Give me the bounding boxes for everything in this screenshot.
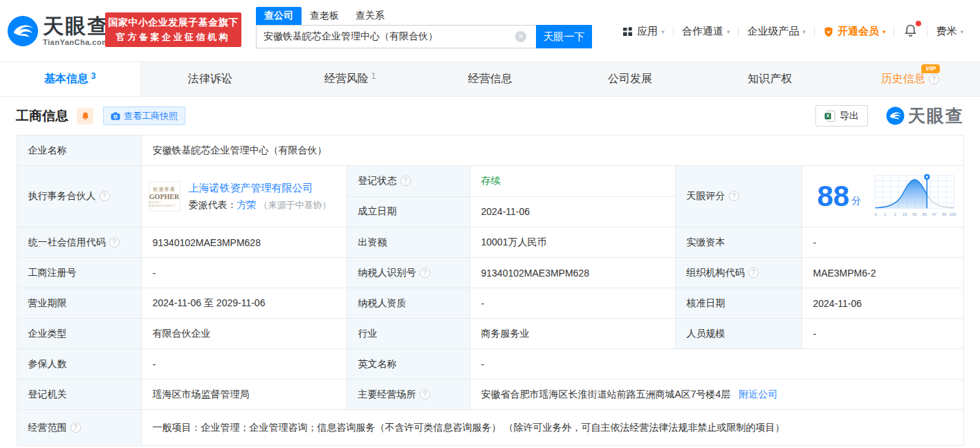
term-label: 营业期限: [28, 297, 67, 308]
nav-apps[interactable]: 应用 ▾: [614, 25, 673, 38]
svg-text:99: 99: [942, 212, 946, 216]
search-tabs: 查公司 查老板 查关系: [256, 7, 592, 25]
field-label: 主要经营场所?: [346, 380, 470, 410]
table-row: 登记机关 瑶海区市场监督管理局 主要经营场所? 安徽省合肥市瑶海区长淮街道站前路…: [17, 380, 963, 410]
nav-vip-label: 开通会员: [838, 25, 879, 38]
business-registration-table: 企业名称 安徽铁基皖芯企业管理中心（有限合伙） 执行事务合伙人? 歌斐资產 GO…: [17, 135, 964, 446]
status-label: 登记状态: [358, 175, 397, 186]
table-row: 企业类型 有限合伙企业 行业 商务服务业 人员规模 -: [17, 319, 963, 349]
field-label: 英文名称: [346, 349, 470, 380]
search-tab-relation[interactable]: 查关系: [347, 7, 393, 25]
caret-down-icon: ▾: [802, 28, 806, 35]
help-icon[interactable]: ?: [420, 268, 430, 278]
company-name-label: 企业名称: [28, 144, 67, 156]
notification-bell[interactable]: [894, 24, 927, 39]
registration-authority-label: 登记机关: [28, 389, 67, 400]
svg-text:1: 1: [884, 212, 886, 216]
search-input[interactable]: [256, 25, 536, 48]
table-row: 执行事务合伙人? 歌斐资產 GOPHER ASSET MANAGEMENT 上海…: [17, 166, 963, 197]
tab-ip-label: 知识产权: [748, 72, 792, 86]
tab-operating-info[interactable]: 经营信息: [420, 62, 560, 96]
business-address-label: 主要经营场所: [358, 389, 416, 400]
help-icon[interactable]: ?: [420, 389, 430, 400]
field-label: 出资额: [346, 227, 470, 258]
field-label: 参保人数: [17, 349, 141, 380]
nav-enterprise-label: 企业级产品: [747, 25, 799, 38]
help-icon[interactable]: ?: [100, 191, 110, 201]
table-row: 经营范围? 一般项目：企业管理；企业管理咨询；信息咨询服务（不含许可类信息咨询服…: [17, 410, 963, 446]
tianyan-search-button[interactable]: 天眼一下: [536, 25, 592, 48]
table-row: 企业名称 安徽铁基皖芯企业管理中心（有限合伙）: [17, 136, 963, 166]
top-navigation: 应用 ▾ 合作通道 ▾ 企业级产品 ▾ 开通会员 ▾: [614, 24, 972, 39]
nearby-companies-link[interactable]: 附近公司: [739, 389, 777, 400]
capital-label: 出资额: [358, 236, 387, 248]
nav-user-menu[interactable]: 费米 ▾: [927, 25, 972, 38]
vip-badge: VIP: [921, 64, 940, 73]
excel-icon: X: [824, 111, 835, 122]
certification-badge: 国家中小企业发展子基金旗下 官方备案企业征信机构: [105, 12, 241, 47]
delegate-label: 委派代表：: [189, 199, 237, 210]
delegate-source: （来源于中基协）: [259, 200, 331, 210]
subscribe-bell-button[interactable]: [77, 108, 93, 124]
top-header: 天眼查 TianYanCha.com 国家中小企业发展子基金旗下 官方备案企业征…: [0, 0, 980, 62]
field-label: 核准日期: [675, 288, 802, 319]
field-label: 企业名称: [17, 136, 141, 166]
industry-value: 商务服务业: [470, 319, 675, 349]
tab-operating-label: 经营信息: [468, 72, 512, 86]
tab-intellectual-property[interactable]: 知识产权: [700, 62, 840, 96]
nav-open-vip[interactable]: 开通会员 ▾: [815, 25, 894, 38]
score-cell: 88 分: [802, 166, 963, 227]
term-value: 2024-11-06 至 2029-11-06: [141, 288, 346, 319]
caret-down-icon: ▾: [727, 28, 730, 35]
tax-qualification-value: -: [470, 288, 675, 319]
snapshot-button[interactable]: 查看工商快照: [103, 106, 185, 125]
regno-value: -: [141, 258, 346, 288]
help-icon[interactable]: ?: [748, 268, 759, 278]
tab-history-info[interactable]: VIP 历史信息 ?: [840, 62, 980, 96]
svg-text:0: 0: [875, 212, 877, 216]
vip-crown-icon: [823, 26, 834, 37]
partner-company-link[interactable]: 上海诺铁资产管理有限公司: [189, 182, 313, 194]
nav-partner-channel[interactable]: 合作通道 ▾: [674, 25, 739, 38]
help-icon[interactable]: ?: [929, 74, 939, 84]
help-icon[interactable]: ?: [71, 422, 81, 433]
partner-company-logo[interactable]: 歌斐资產 GOPHER ASSET MANAGEMENT: [149, 181, 181, 212]
field-label: 执行事务合伙人?: [17, 166, 141, 227]
search-tab-boss[interactable]: 查老板: [302, 7, 347, 25]
tab-legal-proceedings[interactable]: 法律诉讼: [140, 62, 279, 96]
tab-history-label: 历史信息: [881, 72, 925, 86]
tianyancha-logo[interactable]: 天眼查 TianYanCha.com: [7, 15, 109, 47]
nav-enterprise-products[interactable]: 企业级产品 ▾: [739, 25, 814, 38]
field-label: 经营范围?: [17, 410, 141, 446]
export-button-label: 导出: [840, 110, 859, 122]
field-label: 工商注册号: [17, 258, 141, 288]
svg-text:100: 100: [950, 212, 956, 216]
partner-cell: 歌斐资產 GOPHER ASSET MANAGEMENT 上海诺铁资产管理有限公…: [141, 166, 346, 227]
tab-operating-risk[interactable]: 经营风险 1: [280, 62, 420, 96]
tab-basic-info[interactable]: 基本信息 3: [0, 62, 140, 96]
notification-red-dot: [916, 21, 921, 26]
partner-logo-caption: ASSET MANAGEMENT: [149, 200, 180, 207]
score-value: 88: [817, 182, 850, 211]
status-value: 存续: [470, 166, 675, 197]
tianyancha-eye-icon: [7, 15, 39, 47]
capital-value: 10001万人民币: [470, 227, 675, 258]
table-row: 工商注册号 - 纳税人识别号? 91340102MAE3MPM628 组织机构代…: [17, 258, 963, 288]
svg-text:85: 85: [923, 212, 927, 216]
watermark-eye-icon: [886, 106, 905, 125]
apps-grid-icon: [622, 26, 633, 37]
tab-company-development[interactable]: 公司发展: [560, 62, 700, 96]
export-button[interactable]: X 导出: [815, 105, 868, 127]
help-icon[interactable]: ?: [729, 191, 739, 201]
delegate-link[interactable]: 方荣: [237, 199, 257, 210]
help-icon[interactable]: ?: [109, 237, 120, 248]
help-icon[interactable]: ?: [400, 176, 411, 186]
svg-text:15: 15: [903, 212, 907, 216]
english-name-label: 英文名称: [358, 358, 397, 369]
established-label: 成立日期: [358, 205, 397, 216]
field-label: 营业期限: [17, 288, 141, 319]
clear-search-icon[interactable]: ✕: [515, 31, 526, 42]
search-tab-company[interactable]: 查公司: [256, 7, 302, 25]
badge-line1: 国家中小企业发展子基金旗下: [105, 17, 241, 29]
score-unit: 分: [851, 195, 861, 207]
